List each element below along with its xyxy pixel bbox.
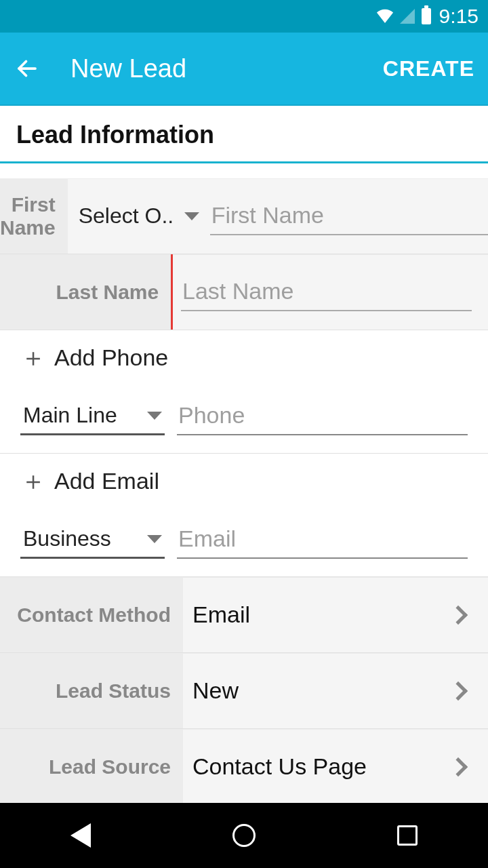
lead-source-label: Lead Source: [0, 755, 183, 778]
add-email-label: Add Email: [54, 468, 159, 494]
lead-status-row[interactable]: Lead Status New: [0, 653, 488, 729]
email-input[interactable]: [177, 520, 468, 559]
contact-method-label: Contact Method: [0, 604, 183, 627]
email-row: Business: [0, 508, 488, 576]
app-bar: New Lead CREATE: [0, 33, 488, 106]
nav-home-button[interactable]: [232, 824, 256, 847]
prefix-dropdown[interactable]: Select O..: [68, 198, 203, 234]
plus-icon: ＋: [20, 340, 46, 375]
plus-icon: ＋: [20, 464, 46, 498]
chevron-down-icon: [184, 212, 199, 220]
add-email-button[interactable]: ＋ Add Email: [0, 454, 488, 508]
cell-signal-icon: [400, 9, 415, 24]
lead-source-row[interactable]: Lead Source Contact Us Page: [0, 729, 488, 805]
last-name-label: Last Name: [0, 281, 171, 304]
status-bar: 9:15: [0, 0, 488, 33]
page-title: New Lead: [70, 54, 383, 83]
battery-icon: [422, 8, 431, 24]
prefix-selected: Select O..: [79, 203, 174, 229]
chevron-down-icon: [147, 535, 162, 543]
lead-status-label: Lead Status: [0, 679, 183, 703]
add-phone-button[interactable]: ＋ Add Phone: [0, 330, 488, 384]
phone-row: Main Line: [0, 384, 488, 453]
email-type-dropdown[interactable]: Business: [20, 521, 165, 559]
lead-form: First Name Select O.. Last Name ＋ Add Ph…: [0, 163, 488, 868]
last-name-row: Last Name: [0, 254, 488, 330]
section-header: Lead Information: [0, 106, 488, 163]
chevron-right-icon: [449, 757, 468, 776]
create-button[interactable]: CREATE: [383, 56, 474, 81]
lead-source-value: Contact Us Page: [183, 753, 367, 780]
first-name-row: First Name Select O..: [0, 178, 488, 254]
contact-method-row[interactable]: Contact Method Email: [0, 577, 488, 653]
chevron-down-icon: [147, 412, 162, 420]
lead-status-value: New: [183, 677, 239, 704]
nav-recent-button[interactable]: [397, 825, 418, 846]
chevron-right-icon: [449, 681, 468, 700]
wifi-icon: [375, 5, 394, 28]
chevron-right-icon: [449, 605, 468, 624]
first-name-label: First Name: [0, 193, 68, 239]
status-time: 9:15: [439, 5, 479, 28]
add-phone-label: Add Phone: [54, 344, 168, 371]
nav-back-button[interactable]: [70, 823, 91, 848]
first-name-input[interactable]: [210, 197, 488, 235]
back-button[interactable]: [14, 55, 41, 82]
last-name-input[interactable]: [181, 273, 472, 311]
android-nav-bar: [0, 803, 488, 868]
phone-type-selected: Main Line: [23, 403, 117, 428]
email-type-selected: Business: [23, 526, 111, 551]
phone-type-dropdown[interactable]: Main Line: [20, 397, 165, 435]
phone-input[interactable]: [177, 397, 468, 435]
contact-method-value: Email: [183, 601, 250, 628]
